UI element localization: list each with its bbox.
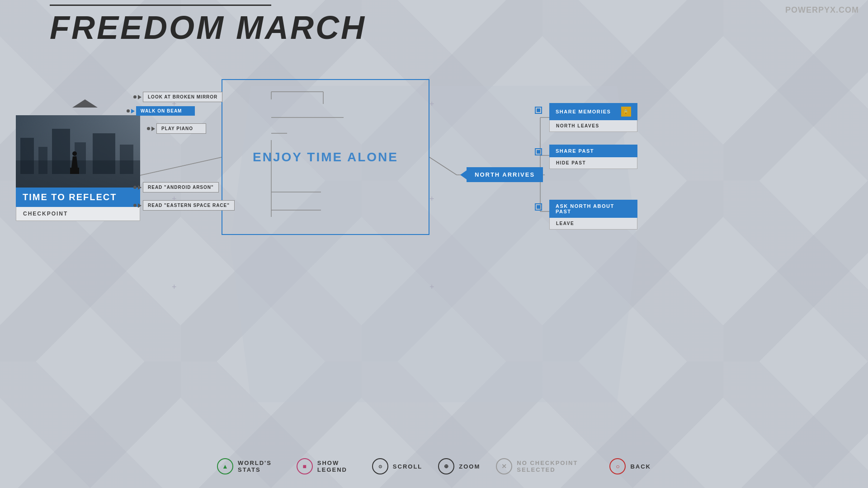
scroll-up-arrow[interactable] (72, 99, 98, 108)
connector-fill (537, 108, 540, 112)
node-dot-2 (127, 109, 130, 113)
chapter-title: FREEDOM MARCH (50, 9, 366, 46)
toolbar-back[interactable]: ○ BACK (609, 458, 651, 474)
node-dot-5 (133, 204, 137, 207)
show-legend-label: SHOW LEGEND (317, 460, 356, 473)
toolbar-scroll[interactable]: ⊙ SCROLL (372, 458, 422, 474)
triangle-icon: ▲ (217, 458, 233, 474)
badge-icon: 🔒 (623, 109, 629, 114)
north-arrives-container: NORTH ARRIVES (460, 167, 543, 182)
no-checkpoint-label: NO CHECKPOINT SELECTED (517, 460, 594, 473)
node-eastern-arrow (138, 203, 142, 208)
node-dot-4 (133, 186, 137, 189)
node-android-arrow (138, 185, 142, 190)
toolbar-zoom[interactable]: ⊕ ZOOM (438, 458, 480, 474)
gold-badge: 🔒 (621, 107, 631, 117)
toolbar: ▲ WORLD'S STATS ■ SHOW LEGEND ⊙ SCROLL ⊕… (217, 458, 651, 474)
node-android-box: READ "ANDROID ARSON" (143, 182, 219, 192)
north-leaves-box: NORTH LEAVES (549, 120, 637, 132)
leave-box: LEAVE (549, 218, 637, 230)
node-play-piano: PLAY PIANO (147, 123, 206, 134)
hide-past-box: HIDE PAST (549, 157, 637, 169)
node-piano-arrow (151, 127, 155, 131)
worlds-stats-label: WORLD'S STATS (238, 460, 281, 473)
square-icon: ■ (297, 458, 313, 474)
node-walk-on-beam: WALK ON BEAM (127, 106, 195, 116)
title-underline (50, 5, 271, 6)
zoom-label: ZOOM (459, 463, 480, 470)
share-memories-connector (535, 107, 542, 114)
toolbar-worlds-stats[interactable]: ▲ WORLD'S STATS (217, 458, 281, 474)
share-past-box: SHARE PAST (549, 145, 637, 157)
x-icon: ✕ (496, 458, 512, 474)
toolbar-show-legend[interactable]: ■ SHOW LEGEND (297, 458, 356, 474)
cross-mark-5: + (172, 282, 177, 292)
ask-north-box: ASK NORTH ABOUT PAST (549, 200, 637, 218)
toolbar-no-checkpoint: ✕ NO CHECKPOINT SELECTED (496, 458, 594, 474)
enjoy-time-alone-label: ENJOY TIME ALONE (253, 150, 398, 164)
node-arrow-icon (138, 95, 142, 99)
share-past-connector (535, 148, 542, 155)
checkpoint-panel: TIME TO REFLECT CHECKPOINT (16, 115, 149, 221)
cross-mark-2: + (429, 99, 434, 109)
node-android-arson: READ "ANDROID ARSON" (133, 182, 219, 192)
node-arrow-blue (131, 109, 135, 113)
back-label: BACK (630, 463, 651, 470)
connector-fill-3 (537, 205, 540, 209)
checkpoint-image (16, 115, 140, 188)
connector-fill-2 (537, 150, 540, 154)
node-piano-box: PLAY PIANO (156, 123, 206, 134)
node-eastern-space: READ "EASTERN SPACE RACE" (133, 200, 235, 211)
scroll-icon: ⊙ (372, 458, 388, 474)
cross-mark-6: + (429, 282, 434, 292)
share-memories-group: SHARE MEMORIES 🔒 NORTH LEAVES (549, 103, 637, 132)
node-eastern-box: READ "EASTERN SPACE RACE" (143, 200, 235, 211)
circle-icon: ○ (609, 458, 626, 474)
north-arrives-box: NORTH ARRIVES (467, 167, 543, 182)
north-arrives-triangle (460, 170, 467, 179)
node-walk-box: WALK ON BEAM (136, 106, 195, 116)
node-look-box: LOOK AT BROKEN MIRROR (143, 92, 222, 102)
checkpoint-label: TIME TO REFLECT (16, 188, 140, 207)
cross-mark-3: + (429, 194, 434, 204)
scroll-label: SCROLL (393, 463, 422, 470)
share-past-group: SHARE PAST HIDE PAST (549, 145, 637, 169)
node-dot (133, 95, 137, 99)
share-memories-box: SHARE MEMORIES 🔒 (549, 103, 637, 120)
ask-north-group: ASK NORTH ABOUT PAST LEAVE (549, 200, 637, 230)
zoom-icon: ⊕ (438, 458, 454, 474)
node-dot-3 (147, 127, 150, 130)
ask-north-connector (535, 203, 542, 211)
node-look-broken-mirror: LOOK AT BROKEN MIRROR (133, 92, 222, 102)
flowchart-container: ENJOY TIME ALONE LOOK AT BROKEN MIRROR W… (222, 79, 429, 235)
watermark: POWERPYX.COM (785, 5, 859, 15)
checkpoint-sub: CHECKPOINT (16, 207, 140, 221)
share-memories-label: SHARE MEMORIES (556, 109, 611, 114)
